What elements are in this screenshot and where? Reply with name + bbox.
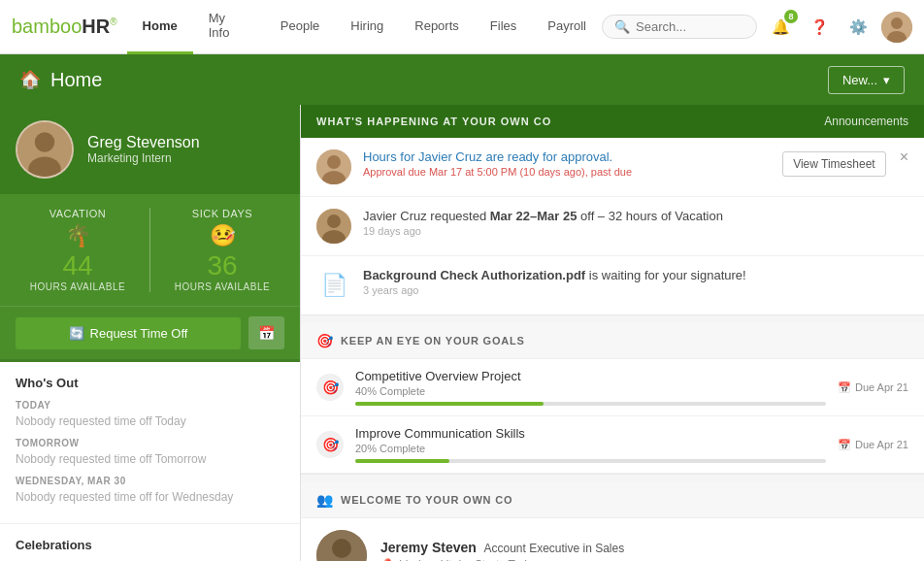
goals-header: 🎯 KEEP AN EYE ON YOUR GOALS <box>301 323 924 359</box>
ann-avatar-javier <box>316 149 351 184</box>
welcome-item: Jeremy Steven Account Executive in Sales… <box>301 518 924 561</box>
right-panel: WHAT'S HAPPENING AT YOUR OWN CO Announce… <box>301 105 924 561</box>
welcome-section: 👥 WELCOME TO YOUR OWN CO Jeremy Steven A… <box>301 482 924 561</box>
nav-item-payroll[interactable]: Payroll <box>532 0 602 54</box>
profile-title: Marketing Intern <box>87 151 200 165</box>
logo[interactable]: bambooHR® <box>12 16 117 38</box>
logo-bamboo: bamboo <box>12 16 82 37</box>
goal-progress-bar-1 <box>355 402 826 406</box>
top-navigation: bambooHR® Home My Info People Hiring Rep… <box>0 0 924 54</box>
vacation-sub: HOURS AVAILABLE <box>16 281 140 292</box>
question-icon: ❓ <box>810 18 829 36</box>
ann-document-time: 3 years ago <box>363 284 908 296</box>
announcements-header: WHAT'S HAPPENING AT YOUR OWN CO Announce… <box>301 105 924 138</box>
nav-item-reports[interactable]: Reports <box>399 0 475 54</box>
svg-point-13 <box>332 539 351 558</box>
left-panel: Greg Stevenson Marketing Intern Vacation… <box>0 105 301 561</box>
welcome-header: 👥 WELCOME TO YOUR OWN CO <box>301 482 924 518</box>
announcements-section: WHAT'S HAPPENING AT YOUR OWN CO Announce… <box>301 105 924 315</box>
celebrations-title: Celebrations <box>16 538 284 552</box>
hours-section: Vacation 🌴 44 HOURS AVAILABLE Sick Days … <box>0 194 300 307</box>
profile-avatar[interactable] <box>16 120 74 179</box>
profile-section: Greg Stevenson Marketing Intern <box>0 105 300 194</box>
search-input[interactable] <box>636 19 752 34</box>
view-timesheet-button[interactable]: View Timesheet <box>782 151 886 177</box>
goal-pct-1: 40% Complete <box>355 385 826 397</box>
location-icon: 📍 <box>380 558 395 562</box>
goal-item-1: 🎯 Competitive Overview Project 40% Compl… <box>301 359 924 416</box>
goal-name-1: Competitive Overview Project <box>355 369 826 383</box>
request-time-off-button[interactable]: 🔄 Request Time Off <box>16 317 241 349</box>
welcome-name: Jeremy Steven <box>380 540 477 555</box>
ann-content-approval: Hours for Javier Cruz are ready for appr… <box>363 149 771 178</box>
sickdays-block: Sick Days 🤒 36 HOURS AVAILABLE <box>160 208 284 292</box>
request-btn-label: Request Time Off <box>90 326 188 341</box>
actions-section: 🔄 Request Time Off 📅 <box>0 307 300 362</box>
chevron-down-icon: ▾ <box>883 73 890 87</box>
vacation-label: Vacation <box>16 208 140 219</box>
search-box[interactable]: 🔍 <box>602 15 757 39</box>
goal-item-2: 🎯 Improve Communication Skills 20% Compl… <box>301 416 924 474</box>
ann-approval-actions: View Timesheet × <box>782 149 908 177</box>
svg-point-4 <box>35 132 55 152</box>
calculator-icon: 📅 <box>258 325 275 341</box>
nav-item-myinfo[interactable]: My Info <box>193 0 265 54</box>
welcome-location: 📍 Lindon, Utah · Starts Today <box>380 558 624 562</box>
vacation-block: Vacation 🌴 44 HOURS AVAILABLE <box>16 208 140 292</box>
close-announcement-button[interactable]: × <box>892 149 908 165</box>
sickdays-label: Sick Days <box>160 208 284 219</box>
gear-icon: ⚙️ <box>849 18 868 36</box>
welcome-role: Account Executive in Sales <box>483 542 624 555</box>
welcome-info: Jeremy Steven Account Executive in Sales… <box>380 540 624 562</box>
sickdays-sub: HOURS AVAILABLE <box>160 281 284 292</box>
new-button-label: New... <box>842 73 877 87</box>
nav-item-home[interactable]: Home <box>127 0 193 54</box>
goal-name-2: Improve Communication Skills <box>355 426 826 441</box>
goal-progress-fill-1 <box>355 402 544 406</box>
welcome-icon: 👥 <box>316 492 333 508</box>
ann-approval-link[interactable]: Hours for Javier Cruz are ready for appr… <box>363 149 612 164</box>
ann-doc-name: Background Check Authorization.pdf <box>363 268 585 282</box>
goal-icon-1: 🎯 <box>316 374 344 401</box>
new-button[interactable]: New... ▾ <box>828 66 905 94</box>
vacation-hours: 44 <box>16 250 140 281</box>
notification-badge: 8 <box>784 10 798 23</box>
goal-content-2: Improve Communication Skills 20% Complet… <box>355 426 826 463</box>
ann-document-text: Background Check Authorization.pdf is wa… <box>363 268 908 282</box>
goal-progress-fill-2 <box>355 459 449 463</box>
ann-doc-icon: 📄 <box>316 268 351 303</box>
logo-hr: HR <box>82 16 110 37</box>
announcement-item-vacation: Javier Cruz requested Mar 22–Mar 25 off … <box>301 197 924 256</box>
notifications-button[interactable]: 🔔 8 <box>765 12 796 43</box>
nav-item-files[interactable]: Files <box>475 0 532 54</box>
goals-title: KEEP AN EYE ON YOUR GOALS <box>341 335 525 346</box>
svg-point-7 <box>327 155 341 169</box>
today-message: Nobody requested time off Today <box>16 414 284 428</box>
announcements-link[interactable]: Announcements <box>824 115 908 128</box>
nav-item-people[interactable]: People <box>265 0 335 54</box>
welcome-name-role: Jeremy Steven Account Executive in Sales <box>380 540 624 555</box>
calculator-button[interactable]: 📅 <box>248 316 284 349</box>
whos-out-section: Who's Out TODAY Nobody requested time of… <box>0 362 300 524</box>
celebrations-section: Celebrations JR John Ryan Apr 1 - 7th An… <box>0 524 300 561</box>
announcements-header-title: WHAT'S HAPPENING AT YOUR OWN CO <box>316 116 551 127</box>
goal-due-2: 📅 Due Apr 21 <box>838 439 908 451</box>
main-content: Greg Stevenson Marketing Intern Vacation… <box>0 105 924 561</box>
ann-avatar-vacation <box>316 209 351 244</box>
nav-item-hiring[interactable]: Hiring <box>335 0 399 54</box>
ann-approval-sub: Approval due Mar 17 at 5:00 PM (10 days … <box>363 166 771 178</box>
ann-doc-after: is waiting for your signature! <box>585 268 745 282</box>
goal-due-1: 📅 Due Apr 21 <box>838 381 908 394</box>
calendar-icon-2: 📅 <box>838 439 851 451</box>
goal-content-1: Competitive Overview Project 40% Complet… <box>355 369 826 406</box>
welcome-title: WELCOME TO YOUR OWN CO <box>341 494 512 506</box>
hours-divider <box>149 208 150 292</box>
help-button[interactable]: ❓ <box>804 12 835 43</box>
tomorrow-message: Nobody requested time off Tomorrow <box>16 452 284 466</box>
user-avatar[interactable] <box>881 12 912 43</box>
goals-section: 🎯 KEEP AN EYE ON YOUR GOALS 🎯 Competitiv… <box>301 323 924 475</box>
sickdays-icon: 🤒 <box>160 223 284 248</box>
home-icon: 🏠 <box>19 69 41 90</box>
ann-vacation-text: Javier Cruz requested Mar 22–Mar 25 off … <box>363 209 908 223</box>
settings-button[interactable]: ⚙️ <box>842 12 874 43</box>
